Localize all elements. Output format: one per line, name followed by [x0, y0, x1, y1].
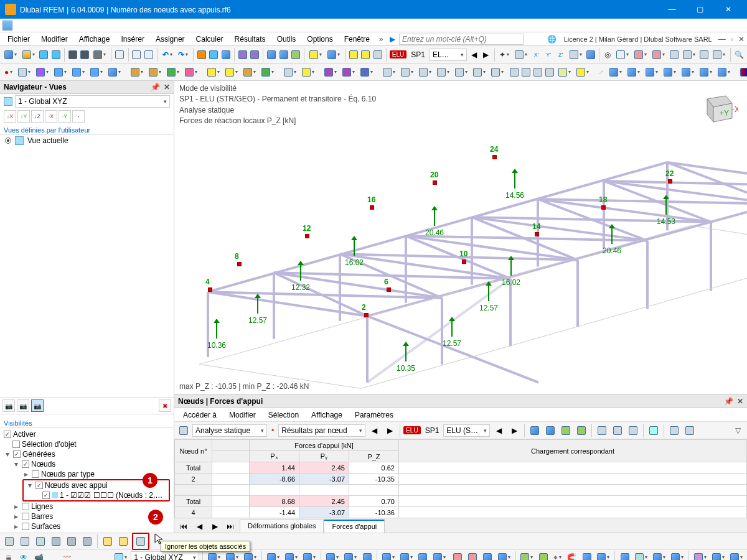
tb-label2[interactable]	[651, 48, 667, 62]
bbot-c[interactable]	[416, 551, 430, 561]
result-row[interactable]: Total8.682.450.70	[175, 496, 747, 507]
tb2-iso7[interactable]	[489, 65, 505, 79]
tb2-iso3[interactable]	[417, 65, 433, 79]
menu-assigner[interactable]: Assigner	[151, 34, 190, 45]
bbot-i[interactable]	[519, 551, 535, 561]
tb-new[interactable]	[2, 48, 19, 62]
bbot-guide[interactable]	[633, 551, 649, 561]
resmenu-display[interactable]: Affichage	[306, 409, 347, 421]
panel-close-icon[interactable]: ✕	[737, 397, 743, 406]
tb-saveall[interactable]	[80, 48, 90, 62]
checkbox-icon[interactable]	[42, 492, 50, 499]
menu-calculer[interactable]: Calculer	[191, 34, 228, 45]
tab-last[interactable]: ⏭	[223, 520, 237, 533]
checkbox-icon[interactable]	[35, 482, 43, 489]
tree-activate[interactable]: Activer	[1, 429, 172, 439]
bbot-e[interactable]	[451, 551, 464, 561]
tb-find[interactable]: 🔍	[734, 48, 745, 62]
bb-g2[interactable]	[116, 534, 130, 548]
rt-c2[interactable]	[611, 424, 624, 437]
tb-loads2[interactable]	[360, 48, 370, 62]
bbot-m[interactable]	[651, 551, 667, 561]
bbot-p[interactable]	[710, 551, 726, 561]
tb-loads-wiz[interactable]	[373, 48, 383, 62]
cam-1[interactable]: 📷	[2, 399, 15, 412]
tb2-r4[interactable]	[545, 65, 555, 79]
axis-btn-minusz[interactable]: ↓Z	[31, 110, 44, 123]
checkbox-icon[interactable]	[4, 431, 11, 438]
tb-block[interactable]	[50, 48, 60, 62]
tb-mpos[interactable]	[614, 48, 631, 62]
bbot-k[interactable]	[595, 551, 611, 561]
bb-prev[interactable]	[34, 534, 47, 548]
tb-grid[interactable]	[209, 48, 218, 62]
mdi-restore[interactable]: ▫	[731, 35, 733, 44]
rt-d1[interactable]	[647, 424, 660, 437]
globe-icon[interactable]: 🌐	[547, 35, 557, 44]
tab-deformations[interactable]: Déformations globales	[240, 520, 324, 533]
rt-b2[interactable]	[543, 424, 557, 437]
search-input[interactable]	[399, 34, 524, 45]
maximize-button[interactable]: ▢	[686, 0, 714, 19]
rt-list[interactable]	[177, 424, 190, 437]
tb-copy[interactable]	[131, 48, 141, 62]
tb-results2[interactable]	[250, 48, 260, 62]
tb-label3[interactable]	[669, 48, 679, 62]
bbot-9[interactable]	[360, 551, 374, 561]
tb2-e3[interactable]	[359, 65, 375, 79]
pin-icon[interactable]: 📌	[724, 397, 733, 406]
mdi-close[interactable]: ✕	[738, 35, 745, 44]
bbot-cs[interactable]	[113, 551, 129, 561]
rt-bynode-combo[interactable]: Résultats par nœud	[278, 424, 365, 437]
tb2-solid[interactable]	[70, 65, 87, 79]
loadcase-combo[interactable]: EL…	[430, 49, 467, 61]
rt-c1[interactable]	[595, 424, 609, 437]
bbot-b[interactable]	[398, 551, 415, 561]
tb-save[interactable]	[68, 48, 78, 62]
tb-label4[interactable]	[681, 48, 697, 62]
bt-cam[interactable]: 📹	[32, 551, 45, 561]
tb2-sup[interactable]	[205, 65, 222, 79]
result-row[interactable]: 4-1.44-3.07-10.36	[175, 507, 747, 518]
bt-navtab1[interactable]: ≣	[2, 551, 16, 561]
bbot-g[interactable]	[481, 551, 494, 561]
bb-hide[interactable]	[49, 534, 63, 548]
results-grid[interactable]: Nœud n° Forces d'appui [kN] Chargement c…	[174, 439, 747, 518]
axis-btn-y[interactable]: ·Y	[59, 110, 71, 123]
checkbox-icon[interactable]	[22, 513, 29, 520]
bbot-o[interactable]	[692, 551, 708, 561]
current-view-radio[interactable]: Vue actuelle	[0, 135, 174, 146]
tab-support-forces[interactable]: Forces d'appui	[324, 520, 385, 533]
minimize-button[interactable]: —	[658, 0, 686, 19]
tb2-hinge[interactable]	[147, 65, 163, 79]
tb-axis-y[interactable]: Y'	[543, 48, 553, 62]
close-button[interactable]: ✕	[714, 0, 742, 19]
tb-print[interactable]	[92, 48, 108, 62]
rt-filter[interactable]: ▽	[731, 424, 745, 437]
pin-icon[interactable]: 📌	[151, 83, 160, 91]
result-row[interactable]: Total1.442.450.62	[175, 462, 747, 474]
tb2-res1[interactable]	[738, 65, 747, 79]
tb2-sp6[interactable]	[698, 65, 714, 79]
tb-label5[interactable]	[699, 48, 709, 62]
tb2-sp3[interactable]	[644, 65, 660, 79]
menu-overflow[interactable]: »	[376, 35, 386, 44]
rt-b4[interactable]	[575, 424, 588, 437]
tb2-e2[interactable]	[341, 65, 357, 79]
menu-options[interactable]: Options	[302, 34, 337, 45]
tree-bars[interactable]: ▸Barres	[1, 511, 172, 521]
tb-next[interactable]: ▶	[481, 48, 491, 62]
tb2-sp1[interactable]	[608, 65, 624, 79]
rt-mode-combo[interactable]: Analyse statique	[192, 424, 267, 437]
tb2-cube[interactable]	[106, 65, 123, 79]
bbot-snap[interactable]: ⌖	[552, 551, 563, 561]
tb2-iso5[interactable]	[453, 65, 469, 79]
checkbox-icon[interactable]	[32, 470, 39, 478]
bt-eye[interactable]: 👁	[17, 551, 31, 561]
menu-outils[interactable]: Outils	[272, 34, 301, 45]
rt-b3[interactable]	[559, 424, 573, 437]
tb2-nodes[interactable]: ●	[2, 65, 14, 79]
tb-center[interactable]: ◎	[603, 48, 613, 62]
tab-first[interactable]: ⏮	[177, 520, 190, 533]
tab-next[interactable]: ▶	[208, 520, 222, 533]
